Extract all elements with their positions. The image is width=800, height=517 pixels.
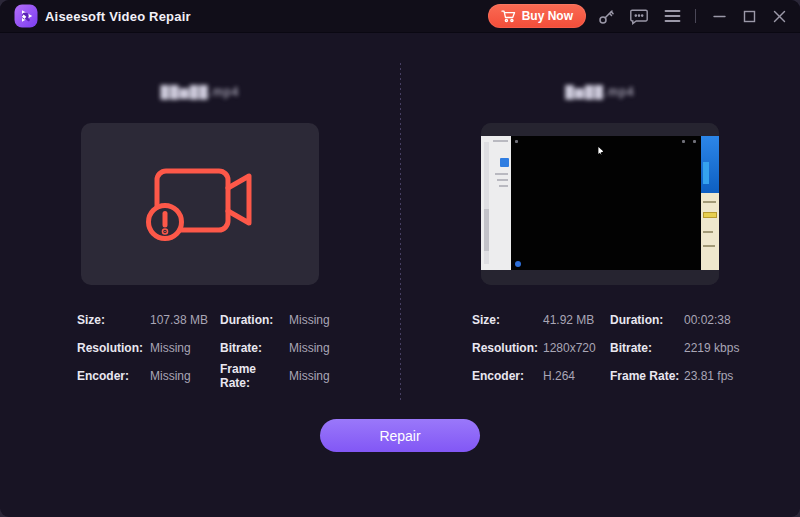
meta-value: 107.38 MB — [150, 313, 220, 327]
repair-button[interactable]: Repair — [320, 419, 480, 452]
thumbnail-letterbox-top — [481, 123, 719, 136]
app-window: Aiseesoft Video Repair Buy Now — [0, 0, 800, 517]
thumbnail-text-line — [495, 173, 508, 175]
meta-value: Missing — [289, 341, 400, 355]
feedback-icon[interactable] — [626, 3, 652, 29]
thumbnail-desktop-blue — [701, 136, 719, 193]
player-dot-icon — [693, 140, 696, 143]
thumbnail-text-line — [703, 245, 715, 247]
meta-label: Size: — [77, 313, 150, 327]
app-logo-icon — [14, 4, 38, 28]
buy-now-button[interactable]: Buy Now — [488, 4, 586, 28]
cart-icon — [501, 9, 516, 23]
meta-label: Frame Rate: — [610, 369, 684, 383]
thumbnail-text-line — [493, 140, 508, 142]
buy-now-label: Buy Now — [522, 9, 573, 23]
meta-label: Bitrate: — [610, 341, 684, 355]
meta-value: Missing — [289, 369, 400, 383]
video-thumbnail — [481, 123, 719, 285]
file-metadata: Size:107.38 MBDuration:MissingResolution… — [0, 306, 400, 390]
meta-label: Size: — [472, 313, 543, 327]
meta-label: Encoder: — [472, 369, 543, 383]
titlebar-separator — [695, 9, 696, 23]
meta-value: Missing — [289, 313, 400, 327]
app-title: Aiseesoft Video Repair — [45, 9, 191, 24]
thumbnail-file-icon — [500, 158, 509, 167]
maximize-icon[interactable] — [736, 3, 762, 29]
meta-label: Duration: — [610, 313, 684, 327]
meta-label: Resolution: — [472, 341, 543, 355]
thumbnail-letterbox-bottom — [481, 270, 719, 285]
video-thumbnail-card — [481, 123, 719, 285]
broken-video-card — [81, 123, 319, 285]
meta-value: 41.92 MB — [543, 313, 610, 327]
thumbnail-player-area — [511, 136, 701, 270]
meta-value: 1280x720 — [543, 341, 610, 355]
meta-value: Missing — [150, 341, 220, 355]
panel-divider — [400, 63, 401, 403]
thumbnail-document-panel — [701, 193, 719, 270]
thumbnail-text-line — [703, 231, 713, 233]
player-dot-icon — [515, 140, 518, 143]
minimize-icon[interactable] — [706, 3, 732, 29]
meta-label: Resolution: — [77, 341, 150, 355]
mouse-cursor-icon — [598, 147, 603, 155]
thumbnail-scrollbar — [484, 142, 489, 264]
meta-label: Bitrate: — [220, 341, 289, 355]
thumbnail-desktop-strip — [701, 136, 719, 270]
sample-file-name: █▆██.mp4 — [400, 85, 800, 99]
broken-video-icon — [146, 167, 254, 241]
thumbnail-text-line — [497, 179, 508, 181]
register-key-icon[interactable] — [593, 3, 619, 29]
meta-value: H.264 — [543, 369, 610, 383]
title-bar: Aiseesoft Video Repair Buy Now — [0, 0, 800, 33]
thumbnail-content — [481, 136, 719, 270]
player-dot-icon — [682, 140, 685, 143]
meta-label: Encoder: — [77, 369, 150, 383]
close-icon[interactable] — [766, 3, 792, 29]
thumbnail-highlight — [703, 212, 717, 218]
meta-label: Duration: — [220, 313, 289, 327]
player-badge-icon — [515, 261, 521, 267]
file-metadata: Size:41.92 MBDuration:00:02:38Resolution… — [400, 306, 800, 390]
thumbnail-scrollbar-thumb — [484, 209, 489, 250]
menu-icon[interactable] — [659, 3, 685, 29]
meta-value: 2219 kbps — [684, 341, 800, 355]
broken-file-name: ██▆██.mp4 — [0, 85, 400, 99]
meta-label: Frame Rate: — [220, 362, 289, 390]
thumbnail-text-line — [703, 201, 716, 203]
meta-value: Missing — [150, 369, 220, 383]
thumbnail-text-line — [499, 185, 508, 187]
meta-value: 00:02:38 — [684, 313, 800, 327]
thumbnail-explorer-panel — [481, 136, 511, 270]
thumbnail-window-fragment — [703, 162, 709, 184]
meta-value: 23.81 fps — [684, 369, 800, 383]
